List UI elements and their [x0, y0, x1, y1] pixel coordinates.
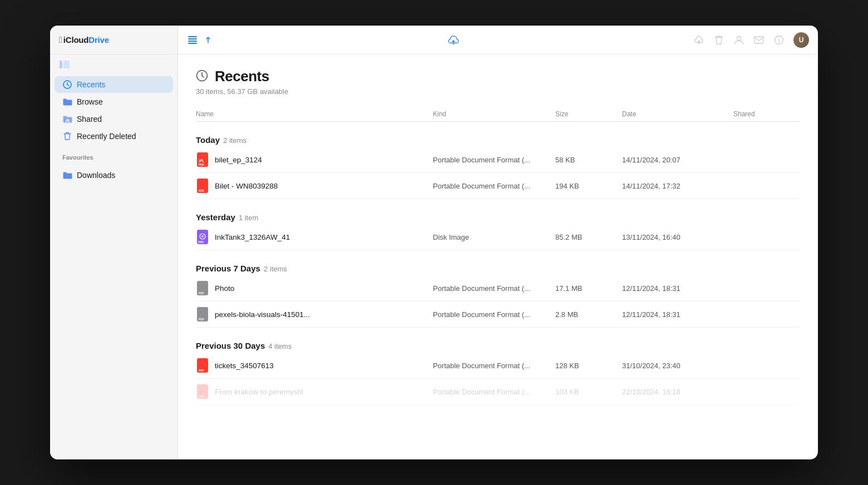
file-name: bilet_ep_3124 [215, 156, 262, 164]
svg-rect-0 [60, 61, 62, 68]
file-size: 103 KB [555, 388, 622, 396]
pdf-gray-icon: PDF [196, 306, 209, 322]
table-row[interactable]: PDF From krakow to peremyshl Portable Do… [196, 379, 800, 405]
section-count: 2 items [223, 136, 246, 145]
file-name-cell: PDF tickets_34507613 [196, 358, 433, 373]
file-date: 12/11/2024, 18:31 [622, 284, 733, 293]
section-yesterday-header: Yesterday 1 item [196, 207, 800, 224]
sidebar-item-shared[interactable]: Shared [55, 111, 173, 127]
sidebar-item-recently-deleted[interactable]: Recently Deleted [55, 128, 173, 145]
toolbar-right: U [693, 32, 809, 48]
file-date: 14/11/2024, 17:32 [622, 182, 733, 190]
favourites-label: Favourites [50, 149, 177, 163]
svg-text:PDF: PDF [199, 318, 204, 321]
page-subtitle: 30 items, 56.37 GB available [196, 87, 800, 96]
trash-icon [62, 131, 72, 141]
file-name-cell: PDF Bilet - WN8039288 [196, 178, 433, 194]
file-size: 194 KB [555, 182, 622, 190]
pdf-red-icon: PDF [196, 152, 209, 167]
table-row[interactable]: DMG InkTank3_1326AW_41 Disk Image 85.2 M… [196, 224, 800, 250]
delete-button[interactable] [713, 34, 724, 46]
section-prev30-header: Previous 30 Days 4 items [196, 335, 800, 353]
sidebar-item-label: Recently Deleted [77, 132, 136, 141]
section-today-header: Today 2 items [196, 130, 800, 147]
table-row[interactable]: PDF Bilet - WN8039288 Portable Document … [196, 173, 800, 199]
col-shared[interactable]: Shared [733, 110, 800, 118]
shared-folder-icon [62, 114, 72, 124]
section-today: Today 2 items PDF bilet_ep_3124 [196, 130, 800, 199]
svg-text:PDF: PDF [199, 291, 204, 295]
file-date: 12/11/2024, 18:31 [622, 310, 733, 319]
sort-button[interactable] [203, 34, 214, 46]
page-title: Recents [215, 68, 269, 85]
info-button[interactable] [773, 34, 785, 46]
svg-rect-7 [188, 43, 197, 44]
svg-text:PDF: PDF [199, 369, 204, 372]
mail-button[interactable] [753, 34, 765, 46]
file-kind: Portable Document Format (... [433, 156, 555, 164]
section-title: Previous 30 Days [196, 341, 265, 350]
favourites-nav: Downloads [50, 163, 177, 187]
svg-rect-4 [188, 36, 197, 37]
file-kind: Portable Document Format (... [433, 362, 555, 370]
file-size: 17.1 MB [555, 284, 622, 293]
upload-button[interactable] [693, 34, 704, 46]
section-count: 4 items [268, 342, 292, 350]
share-user-button[interactable] [733, 34, 744, 46]
brand-drive: Drive [88, 35, 109, 44]
table-row[interactable]: PDF Photo Portable Document Format (... … [196, 275, 800, 301]
file-date: 13/11/2024, 16:40 [622, 233, 733, 241]
section-previous-30: Previous 30 Days 4 items PDF tickets_345… [196, 335, 800, 405]
sidebar-item-downloads[interactable]: Downloads [55, 167, 173, 184]
file-size: 128 KB [555, 362, 622, 370]
sidebar-item-recents[interactable]: Recents [55, 76, 173, 93]
svg-text:DMG: DMG [198, 241, 204, 244]
brand-icloud: iCloud [63, 35, 88, 44]
section-title: Today [196, 135, 220, 145]
file-name: Photo [215, 284, 234, 293]
pdf-pink-icon: PDF [196, 384, 209, 399]
file-name: Bilet - WN8039288 [215, 182, 278, 190]
section-prev7-header: Previous 7 Days 2 items [196, 258, 800, 275]
svg-text:PDF: PDF [199, 395, 204, 398]
table-header: Name Kind Size Date Shared [196, 107, 800, 122]
user-avatar[interactable]: U [793, 32, 809, 48]
file-date: 22/10/2024, 16:18 [622, 388, 733, 396]
clock-icon [62, 80, 72, 90]
svg-rect-6 [188, 41, 197, 42]
svg-text:PDF: PDF [199, 163, 204, 166]
page-header: Recents [196, 68, 800, 85]
sidebar-nav: Recents Browse Shared [50, 72, 177, 149]
table-row[interactable]: PDF tickets_34507613 Portable Document F… [196, 353, 800, 379]
col-date[interactable]: Date [622, 110, 733, 118]
file-date: 14/11/2024, 20:07 [622, 156, 733, 164]
dmg-purple-icon: DMG [196, 229, 209, 245]
col-name[interactable]: Name [196, 110, 433, 118]
col-size[interactable]: Size [555, 110, 622, 118]
file-name: From krakow to peremyshl [215, 388, 303, 396]
section-count: 1 item [239, 214, 258, 222]
sidebar-item-label: Downloads [77, 171, 115, 180]
sidebar-toggle-button[interactable] [59, 59, 70, 70]
upload-center-button[interactable] [448, 34, 459, 46]
app-window:  iCloud Drive Recents [50, 26, 818, 459]
svg-rect-9 [754, 37, 763, 43]
sidebar:  iCloud Drive Recents [50, 26, 178, 459]
sidebar-item-browse[interactable]: Browse [55, 93, 173, 110]
list-view-button[interactable] [187, 34, 198, 46]
section-title: Previous 7 Days [196, 264, 260, 273]
recents-page-icon [196, 70, 208, 84]
main-content: U Recents 30 items, 56.37 GB available N… [178, 26, 818, 459]
file-size: 85.2 MB [555, 233, 622, 241]
file-name-cell: PDF bilet_ep_3124 [196, 152, 433, 167]
table-row[interactable]: PDF pexels-biola-visuals-41501... Portab… [196, 301, 800, 328]
folder-icon [62, 97, 72, 107]
svg-point-8 [737, 36, 741, 40]
table-row[interactable]: PDF bilet_ep_3124 Portable Document Form… [196, 147, 800, 173]
pdf-red-icon: PDF [196, 178, 209, 194]
file-kind: Disk Image [433, 233, 555, 241]
col-kind[interactable]: Kind [433, 110, 555, 118]
toolbar-left [187, 34, 214, 46]
section-count: 2 items [264, 265, 287, 273]
file-date: 31/10/2024, 23:40 [622, 362, 733, 370]
